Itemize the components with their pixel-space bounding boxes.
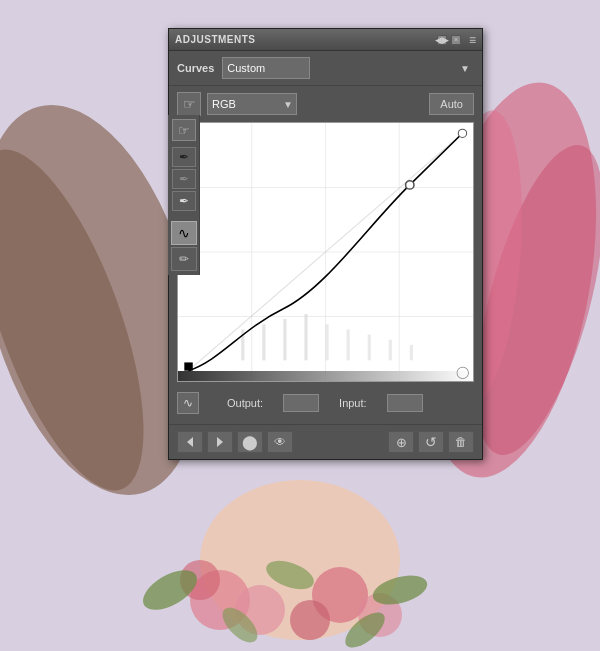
curves-svg [178, 123, 473, 381]
svg-rect-28 [283, 319, 286, 360]
pointer-adjust-tool[interactable]: ☞ [172, 119, 196, 141]
next-state-icon [213, 435, 227, 449]
toolbar-right-group: ⊕ ↺ 🗑 [388, 431, 474, 453]
left-tools-strip: ☞ ✒ ✒ ✒ ∿ ✏ [168, 115, 200, 275]
eyedropper-black-tool[interactable]: ✒ [172, 147, 196, 167]
curves-label: Curves [177, 62, 214, 74]
svg-rect-30 [326, 324, 329, 360]
prev-state-button[interactable] [177, 431, 203, 453]
channel-row: ☞ RGB Red Green Blue ▼ Auto [177, 92, 474, 116]
curves-mode-tool[interactable]: ∿ [177, 392, 199, 414]
svg-rect-36 [184, 362, 192, 370]
curves-header: Curves Custom Default Strong Contrast Li… [169, 51, 482, 86]
eyedropper-white-tool[interactable]: ✒ [172, 191, 196, 211]
gradient-bar [178, 371, 473, 381]
eyedropper-gray-tool[interactable]: ✒ [172, 169, 196, 189]
layer-thumbnail-button[interactable]: ⬤ [237, 431, 263, 453]
input-value-input[interactable] [387, 394, 423, 412]
preset-dropdown[interactable]: Custom Default Strong Contrast Lighter D… [222, 57, 310, 79]
target-icon[interactable]: ◯ [456, 365, 469, 379]
preset-dropdown-wrapper: Custom Default Strong Contrast Lighter D… [222, 57, 474, 79]
channel-dropdown[interactable]: RGB Red Green Blue [207, 93, 297, 115]
svg-point-12 [290, 600, 330, 640]
output-label: Output: [227, 397, 263, 409]
title-bar: ADJUSTMENTS ◀▶ × ≡ [169, 29, 482, 51]
title-bar-left: ADJUSTMENTS [175, 34, 256, 45]
delete-button[interactable]: 🗑 [448, 431, 474, 453]
svg-point-35 [406, 181, 414, 189]
svg-rect-33 [389, 340, 392, 361]
svg-rect-31 [347, 329, 350, 360]
input-label: Input: [339, 397, 367, 409]
title-bar-controls: ◀▶ × ≡ [437, 33, 476, 47]
main-content: ☞ RGB Red Green Blue ▼ Auto [169, 86, 482, 424]
toolbar-left-group: ⬤ 👁 [177, 431, 293, 453]
adjustments-panel: ADJUSTMENTS ◀▶ × ≡ Curves Custom Default… [168, 28, 483, 460]
svg-marker-38 [187, 437, 193, 447]
svg-rect-34 [410, 345, 413, 360]
svg-rect-32 [368, 335, 371, 361]
mask-button[interactable]: ⊕ [388, 431, 414, 453]
svg-rect-27 [262, 324, 265, 360]
preset-dropdown-arrow: ▼ [460, 63, 470, 74]
panel-menu-icon[interactable]: ≡ [469, 33, 476, 47]
reset-button[interactable]: ↺ [418, 431, 444, 453]
pencil-draw-tool[interactable]: ✏ [171, 247, 197, 271]
output-value-input[interactable] [283, 394, 319, 412]
pointer-tool[interactable]: ☞ [177, 92, 201, 116]
channel-left: ☞ RGB Red Green Blue ▼ [177, 92, 297, 116]
channel-dropdown-wrapper: RGB Red Green Blue ▼ [207, 93, 297, 115]
output-input-row: ∿ Output: Input: [177, 388, 474, 418]
auto-button[interactable]: Auto [429, 93, 474, 115]
panel-collapse-btn[interactable]: ◀▶ [437, 35, 447, 45]
svg-marker-39 [217, 437, 223, 447]
panel-title: ADJUSTMENTS [175, 34, 256, 45]
curves-graph[interactable]: ◯ [177, 122, 474, 382]
next-state-button[interactable] [207, 431, 233, 453]
visibility-button[interactable]: 👁 [267, 431, 293, 453]
panel-close-btn[interactable]: × [451, 35, 461, 45]
svg-rect-29 [304, 314, 307, 360]
svg-point-37 [458, 129, 466, 137]
curve-edit-tool[interactable]: ∿ [171, 221, 197, 245]
prev-state-icon [183, 435, 197, 449]
bottom-toolbar: ⬤ 👁 ⊕ ↺ 🗑 [169, 424, 482, 459]
